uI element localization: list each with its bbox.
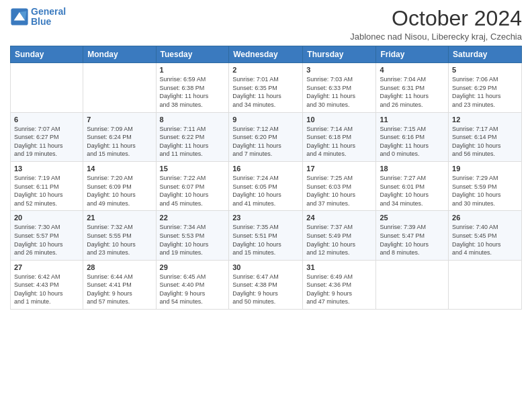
calendar-cell: 8Sunrise: 7:11 AM Sunset: 6:22 PM Daylig… [156,112,229,161]
calendar-header-wednesday: Wednesday [229,46,303,63]
day-number: 24 [306,214,372,222]
calendar-cell: 28Sunrise: 6:44 AM Sunset: 4:41 PM Dayli… [83,260,156,309]
day-number: 5 [452,66,518,74]
day-number: 9 [232,116,299,124]
day-detail: Sunrise: 7:34 AM Sunset: 5:53 PM Dayligh… [160,223,226,257]
day-number: 26 [452,214,518,222]
day-number: 18 [380,165,445,173]
calendar-cell: 3Sunrise: 7:03 AM Sunset: 6:33 PM Daylig… [303,63,376,112]
day-detail: Sunrise: 7:22 AM Sunset: 6:07 PM Dayligh… [160,174,226,208]
calendar-cell: 21Sunrise: 7:32 AM Sunset: 5:55 PM Dayli… [83,211,156,260]
day-detail: Sunrise: 7:40 AM Sunset: 5:45 PM Dayligh… [452,223,518,257]
day-detail: Sunrise: 7:04 AM Sunset: 6:31 PM Dayligh… [380,75,445,109]
calendar-cell: 13Sunrise: 7:19 AM Sunset: 6:11 PM Dayli… [11,161,83,210]
calendar-cell [449,260,522,309]
day-number: 17 [306,165,372,173]
calendar-week-1: 1Sunrise: 6:59 AM Sunset: 6:38 PM Daylig… [11,63,522,112]
day-detail: Sunrise: 7:03 AM Sunset: 6:33 PM Dayligh… [306,75,372,109]
calendar-cell [83,63,156,112]
calendar-header-tuesday: Tuesday [156,46,229,63]
calendar-cell: 4Sunrise: 7:04 AM Sunset: 6:31 PM Daylig… [376,63,449,112]
day-detail: Sunrise: 7:01 AM Sunset: 6:35 PM Dayligh… [232,75,299,109]
calendar-cell: 7Sunrise: 7:09 AM Sunset: 6:24 PM Daylig… [83,112,156,161]
calendar-cell: 27Sunrise: 6:42 AM Sunset: 4:43 PM Dayli… [11,260,83,309]
day-detail: Sunrise: 7:19 AM Sunset: 6:11 PM Dayligh… [14,174,79,208]
day-detail: Sunrise: 7:15 AM Sunset: 6:16 PM Dayligh… [380,125,445,158]
day-number: 19 [452,165,518,173]
calendar-cell: 22Sunrise: 7:34 AM Sunset: 5:53 PM Dayli… [156,211,229,260]
day-number: 14 [87,165,152,173]
day-detail: Sunrise: 7:11 AM Sunset: 6:22 PM Dayligh… [160,125,226,158]
day-detail: Sunrise: 7:29 AM Sunset: 5:59 PM Dayligh… [452,174,518,208]
calendar-header-thursday: Thursday [303,46,376,63]
calendar-cell: 18Sunrise: 7:27 AM Sunset: 6:01 PM Dayli… [376,161,449,210]
day-number: 28 [87,263,152,271]
day-number: 20 [14,214,79,222]
day-number: 3 [306,66,372,74]
day-detail: Sunrise: 6:47 AM Sunset: 4:38 PM Dayligh… [232,273,299,306]
day-detail: Sunrise: 7:07 AM Sunset: 6:27 PM Dayligh… [14,125,79,158]
day-detail: Sunrise: 6:44 AM Sunset: 4:41 PM Dayligh… [87,273,152,306]
day-detail: Sunrise: 7:37 AM Sunset: 5:49 PM Dayligh… [306,223,372,257]
day-number: 30 [232,263,299,271]
calendar-cell [376,260,449,309]
day-detail: Sunrise: 7:30 AM Sunset: 5:57 PM Dayligh… [14,223,79,257]
day-number: 10 [306,116,372,124]
calendar-cell: 30Sunrise: 6:47 AM Sunset: 4:38 PM Dayli… [229,260,303,309]
calendar-cell: 16Sunrise: 7:24 AM Sunset: 6:05 PM Dayli… [229,161,303,210]
calendar-header-friday: Friday [376,46,449,63]
calendar-cell: 19Sunrise: 7:29 AM Sunset: 5:59 PM Dayli… [449,161,522,210]
logo-text: General Blue [31,7,66,28]
calendar-cell: 15Sunrise: 7:22 AM Sunset: 6:07 PM Dayli… [156,161,229,210]
calendar-cell: 29Sunrise: 6:45 AM Sunset: 4:40 PM Dayli… [156,260,229,309]
calendar-week-4: 20Sunrise: 7:30 AM Sunset: 5:57 PM Dayli… [11,211,522,260]
day-number: 25 [380,214,445,222]
calendar-cell: 25Sunrise: 7:39 AM Sunset: 5:47 PM Dayli… [376,211,449,260]
day-number: 29 [160,263,226,271]
day-detail: Sunrise: 7:17 AM Sunset: 6:14 PM Dayligh… [452,125,518,158]
calendar-cell: 14Sunrise: 7:20 AM Sunset: 6:09 PM Dayli… [83,161,156,210]
day-number: 1 [160,66,226,74]
logo-line1: General [31,6,66,17]
day-number: 4 [380,66,445,74]
logo: General Blue [10,7,66,28]
day-number: 22 [160,214,226,222]
calendar-header-saturday: Saturday [449,46,522,63]
day-detail: Sunrise: 7:32 AM Sunset: 5:55 PM Dayligh… [87,223,152,257]
calendar-cell: 31Sunrise: 6:49 AM Sunset: 4:36 PM Dayli… [303,260,376,309]
calendar-cell: 5Sunrise: 7:06 AM Sunset: 6:29 PM Daylig… [449,63,522,112]
calendar-cell: 17Sunrise: 7:25 AM Sunset: 6:03 PM Dayli… [303,161,376,210]
day-detail: Sunrise: 7:06 AM Sunset: 6:29 PM Dayligh… [452,75,518,109]
day-number: 13 [14,165,79,173]
day-detail: Sunrise: 7:20 AM Sunset: 6:09 PM Dayligh… [87,174,152,208]
day-number: 2 [232,66,299,74]
calendar-cell: 11Sunrise: 7:15 AM Sunset: 6:16 PM Dayli… [376,112,449,161]
calendar-cell: 20Sunrise: 7:30 AM Sunset: 5:57 PM Dayli… [11,211,83,260]
day-number: 6 [14,116,79,124]
day-detail: Sunrise: 6:49 AM Sunset: 4:36 PM Dayligh… [306,273,372,306]
calendar-week-3: 13Sunrise: 7:19 AM Sunset: 6:11 PM Dayli… [11,161,522,210]
day-detail: Sunrise: 6:42 AM Sunset: 4:43 PM Dayligh… [14,273,79,306]
day-number: 8 [160,116,226,124]
day-number: 15 [160,165,226,173]
month-title: October 2024 [350,7,522,30]
day-detail: Sunrise: 7:25 AM Sunset: 6:03 PM Dayligh… [306,174,372,208]
day-number: 23 [232,214,299,222]
day-detail: Sunrise: 6:59 AM Sunset: 6:38 PM Dayligh… [160,75,226,109]
logo-line2: Blue [31,16,51,27]
logo-icon [10,7,29,26]
calendar-header-row: SundayMondayTuesdayWednesdayThursdayFrid… [11,46,522,63]
header: General Blue October 2024 Jablonec nad N… [10,7,522,42]
day-number: 12 [452,116,518,124]
day-detail: Sunrise: 7:39 AM Sunset: 5:47 PM Dayligh… [380,223,445,257]
day-detail: Sunrise: 7:14 AM Sunset: 6:18 PM Dayligh… [306,125,372,158]
day-detail: Sunrise: 7:27 AM Sunset: 6:01 PM Dayligh… [380,174,445,208]
calendar-cell: 23Sunrise: 7:35 AM Sunset: 5:51 PM Dayli… [229,211,303,260]
calendar-cell: 6Sunrise: 7:07 AM Sunset: 6:27 PM Daylig… [11,112,83,161]
title-block: October 2024 Jablonec nad Nisou, Liberec… [350,7,522,42]
calendar-week-5: 27Sunrise: 6:42 AM Sunset: 4:43 PM Dayli… [11,260,522,309]
day-number: 27 [14,263,79,271]
location: Jablonec nad Nisou, Liberecky kraj, Czec… [350,32,522,42]
calendar-header-monday: Monday [83,46,156,63]
day-detail: Sunrise: 6:45 AM Sunset: 4:40 PM Dayligh… [160,273,226,306]
